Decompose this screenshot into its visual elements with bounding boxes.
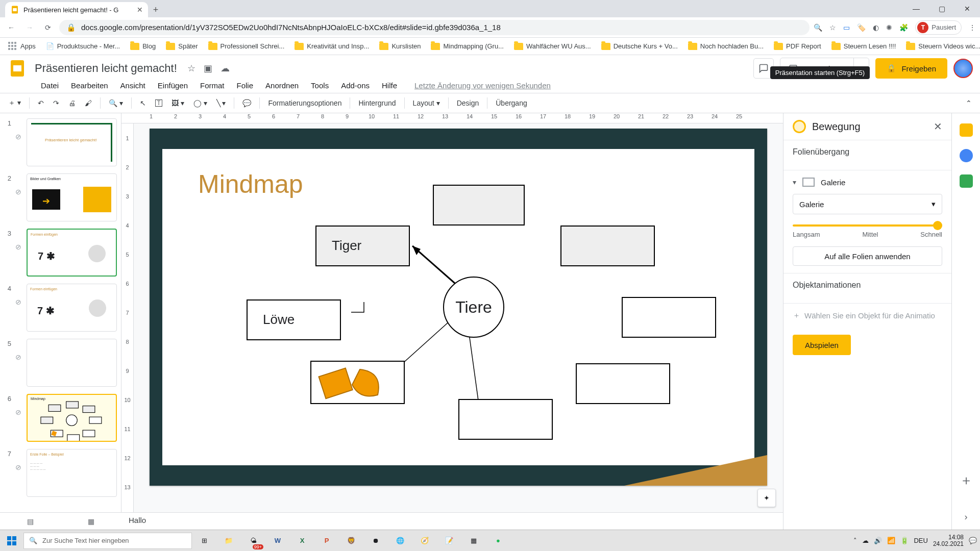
star-doc-icon[interactable]: ☆ [187, 63, 195, 74]
shape-tool[interactable]: ◯ ▾ [190, 97, 210, 109]
bookmark-item[interactable]: Wahlfächer WU Aus... [510, 40, 595, 52]
bookmark-item[interactable]: Später [162, 40, 202, 52]
chrome-menu-icon[interactable]: ⋮ [969, 23, 976, 32]
mindmap-box[interactable] [433, 185, 525, 226]
sidebar-expand-icon[interactable]: › [965, 512, 968, 522]
window-maximize-icon[interactable]: ▢ [929, 0, 954, 17]
tray-chevron-icon[interactable]: ˄ [853, 537, 857, 544]
window-minimize-icon[interactable]: — [903, 0, 929, 17]
doc-title-input[interactable]: Präsentieren leicht gemacht! [35, 62, 177, 75]
add-sidebar-button[interactable]: ＋ [960, 471, 973, 489]
keep-icon[interactable] [960, 123, 973, 137]
taskbar-search-input[interactable]: 🔍 Zur Suche Text hier eingeben [23, 533, 192, 549]
explore-button[interactable]: ✦ [757, 489, 776, 507]
thumbnail-slide-1[interactable]: Präsentieren leicht gemacht! [27, 118, 117, 166]
browser-tab[interactable]: Präsentieren leicht gemacht! - G ✕ [5, 2, 148, 17]
menu-item[interactable]: Tools [311, 81, 329, 90]
thumbnail-slide-6[interactable]: Mindmap [27, 394, 117, 442]
transition-button[interactable]: Übergang [493, 97, 530, 109]
menu-item[interactable]: Hilfe [382, 81, 397, 90]
bookmark-item[interactable]: Noch hochladen Bu... [684, 40, 768, 52]
new-tab-button[interactable]: + [148, 2, 163, 17]
edge-icon[interactable]: 🧭 [412, 530, 437, 552]
tray-wifi-icon[interactable]: 📶 [887, 537, 895, 544]
mindmap-box[interactable] [560, 226, 655, 266]
taskview-icon[interactable]: ⊞ [192, 530, 216, 552]
menu-item[interactable]: Format [200, 81, 225, 90]
thumbnail-slide-5[interactable] [27, 339, 117, 387]
menu-item[interactable]: Folie [237, 81, 254, 90]
mindmap-box[interactable] [622, 297, 716, 338]
collapse-toolbar-icon[interactable]: ⌃ [963, 97, 975, 109]
line-tool[interactable]: ╲ ▾ [213, 97, 229, 109]
readmode-icon[interactable]: ▭ [843, 23, 850, 32]
bookmark-item[interactable]: Kurslisten [375, 40, 425, 52]
bookmark-item[interactable]: 📄Produktsuche - Mer... [42, 40, 125, 52]
excel-icon[interactable]: X [290, 530, 314, 552]
layout-button[interactable]: Layout ▾ [410, 97, 443, 109]
zoom-tool[interactable]: 🔍 ▾ [106, 97, 126, 109]
filmstrip-view-icon[interactable]: ▤ [27, 517, 34, 525]
bookmark-item[interactable]: Kreativität und Insp... [290, 40, 373, 52]
format-options-button[interactable]: Formatierungsoptionen [265, 97, 345, 109]
tray-battery-icon[interactable]: 🔋 [900, 537, 909, 544]
window-close-icon[interactable]: ✕ [954, 0, 980, 17]
menu-item[interactable]: Ansicht [120, 81, 145, 90]
redo-button[interactable]: ↷ [50, 97, 62, 109]
grid-view-icon[interactable]: ▦ [88, 517, 94, 525]
apply-all-button[interactable]: Auf alle Folien anwenden [793, 246, 942, 266]
print-button[interactable]: 🖨 [65, 97, 79, 109]
tray-cloud-icon[interactable]: ☁ [862, 537, 869, 544]
menu-item[interactable]: Anordnen [265, 81, 299, 90]
tasks-icon[interactable] [960, 149, 973, 162]
thumbnail-slide-2[interactable]: Bilder und Grafiken ➔ [27, 173, 117, 221]
background-button[interactable]: Hintergrund [355, 97, 399, 109]
menu-item[interactable]: Add-ons [341, 81, 370, 90]
account-avatar[interactable] [953, 59, 973, 78]
slides-logo-icon[interactable] [7, 58, 28, 79]
word-icon[interactable]: W [265, 530, 290, 552]
extensions-icon[interactable]: 🧩 [899, 23, 908, 32]
sheets-sidebar-icon[interactable] [960, 174, 973, 188]
share-button[interactable]: 🔒 Freigeben [875, 58, 947, 79]
mindmap-box[interactable] [458, 399, 553, 440]
app-icon[interactable]: ▦ [461, 530, 486, 552]
nav-back-icon[interactable]: ← [4, 20, 18, 35]
play-animation-button[interactable]: Abspielen [793, 335, 851, 355]
tray-volume-icon[interactable]: 🔊 [874, 537, 882, 544]
speaker-notes[interactable]: Hallo [121, 512, 783, 530]
bookmark-item[interactable]: Mindmapping (Gru... [427, 40, 508, 52]
obs-icon[interactable]: ⏺ [363, 530, 388, 552]
ext-circle-icon[interactable]: ◐ [873, 23, 879, 32]
undo-button[interactable]: ↶ [35, 97, 47, 109]
select-tool[interactable]: ↖ [137, 97, 149, 109]
transition-type-select[interactable]: Galerie ▾ [793, 194, 942, 214]
tray-lang[interactable]: DEU [914, 537, 927, 544]
menu-item[interactable]: Datei [41, 81, 59, 90]
slide-canvas[interactable]: Mindmap Tiger [150, 129, 767, 486]
filmstrip[interactable]: 1⊘ Präsentieren leicht gemacht! 2⊘ Bilde… [0, 113, 121, 512]
design-button[interactable]: Design [454, 97, 482, 109]
bookmark-item[interactable]: Steuern Lesen !!!! [827, 40, 900, 52]
last-change-text[interactable]: Letzte Änderung vor wenigen Sekunden [414, 81, 551, 90]
transition-speed-slider[interactable] [793, 224, 942, 227]
mindmap-box-tiger[interactable]: Tiger [315, 226, 410, 266]
bookmark-item[interactable]: Steuern Videos wic... [902, 40, 980, 52]
menu-item[interactable]: Einfügen [158, 81, 188, 90]
image-tool[interactable]: 🖼 ▾ [168, 97, 187, 109]
notepad-icon[interactable]: 📝 [437, 530, 461, 552]
mindmap-center-circle[interactable]: Tiere [443, 277, 504, 338]
chrome-icon[interactable]: 🌐 [388, 530, 412, 552]
spotify-icon[interactable]: ● [486, 530, 510, 552]
thumbnail-slide-4[interactable]: Formen einfügen 7 ✱ [27, 284, 117, 332]
transition-item[interactable]: ▾ Galerie [793, 178, 942, 187]
bookmark-item[interactable]: Professionell Schrei... [204, 40, 289, 52]
bookmark-item[interactable]: Blog [126, 40, 160, 52]
ext-spiral-icon[interactable]: ✺ [886, 23, 892, 32]
profile-paused-button[interactable]: T Pausiert [915, 20, 962, 35]
star-icon[interactable]: ☆ [829, 23, 836, 32]
paint-format-button[interactable]: 🖌 [82, 97, 95, 109]
comment-tool[interactable]: 💬 [239, 97, 254, 109]
textbox-tool[interactable]: 🅃 [152, 97, 165, 109]
weather-icon[interactable]: 🌤99+ [241, 530, 265, 552]
